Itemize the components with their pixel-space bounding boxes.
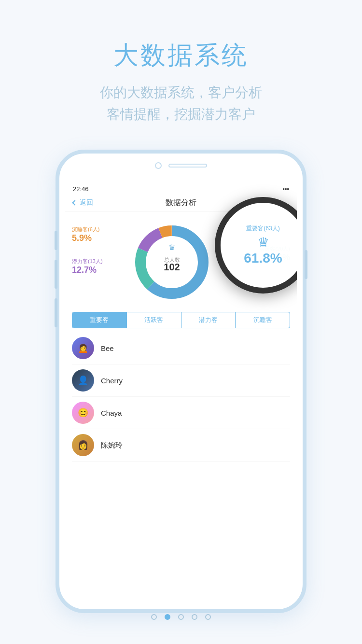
svg-text:♛: ♛ — [168, 243, 175, 252]
chart-container: 沉睡客(6人) 5.9% 潜力客(13人) 12.7% — [65, 211, 297, 308]
magnifier-inner: 重要客(63人) ♛ 61.8% — [239, 220, 287, 271]
indicator-4[interactable] — [192, 614, 197, 620]
silent-button — [55, 231, 57, 250]
volume-down-button — [55, 298, 57, 327]
header-section: 大数据系统 你的大数据系统，客户分析 客情提醒，挖掘潜力客户 — [0, 0, 362, 145]
phone-screen: 22:46 ▪▪▪ 返回 数据分析 沉睡客(6人) 5.9 — [65, 182, 297, 580]
customer-name-bee: Bee — [101, 344, 114, 352]
volume-up-button — [55, 260, 57, 289]
tab-sleep[interactable]: 沉睡客 — [235, 312, 290, 328]
tab-active[interactable]: 活跃客 — [126, 312, 181, 328]
customer-item-chaya[interactable]: 😊 Chaya — [72, 397, 290, 429]
label-sleep: 沉睡客(6人) 5.9% — [72, 226, 103, 243]
customer-item-chen[interactable]: 👩 陈婉玲 — [72, 429, 290, 462]
indicator-1[interactable] — [151, 614, 157, 620]
avatar-chen: 👩 — [72, 434, 94, 456]
phone-outer: 22:46 ▪▪▪ 返回 数据分析 沉睡客(6人) 5.9 — [56, 150, 306, 613]
left-labels: 沉睡客(6人) 5.9% 潜力客(13人) 12.7% — [72, 226, 103, 275]
customer-item-cherry[interactable]: 👤 Cherry — [72, 364, 290, 397]
subtitle: 你的大数据系统，客户分析 客情提醒，挖掘潜力客户 — [0, 82, 362, 126]
potential-label-name: 潜力客(13人) — [72, 258, 103, 265]
customer-name-cherry: Cherry — [101, 377, 123, 385]
sleep-label-pct: 5.9% — [72, 233, 103, 243]
customer-name-chaya: Chaya — [101, 409, 122, 417]
indicator-5[interactable] — [205, 614, 211, 620]
tab-bar: 重要客 活跃客 潜力客 沉睡客 — [72, 312, 290, 328]
page-indicators — [151, 614, 211, 620]
avatar-chaya: 😊 — [72, 402, 94, 424]
crown-icon: ♛ — [244, 235, 282, 251]
status-bar: 22:46 ▪▪▪ — [65, 182, 297, 195]
main-title: 大数据系统 — [0, 39, 362, 72]
potential-label-pct: 12.7% — [72, 265, 103, 275]
magnifier-label: 重要客(63人) — [244, 224, 282, 233]
back-button[interactable]: 返回 — [73, 198, 93, 207]
power-button — [305, 250, 307, 279]
customer-item-bee[interactable]: 🙍 Bee — [72, 332, 290, 364]
status-time: 22:46 — [73, 185, 89, 193]
avatar-bee: 🙍 — [72, 337, 94, 359]
donut-chart: ♛ 总人数 102 — [131, 221, 213, 303]
svg-text:102: 102 — [164, 262, 180, 272]
customer-name-chen: 陈婉玲 — [101, 441, 123, 450]
donut-svg: ♛ 总人数 102 — [131, 221, 213, 303]
indicator-3[interactable] — [178, 614, 184, 620]
tab-potential[interactable]: 潜力客 — [181, 312, 236, 328]
speaker-bar — [168, 164, 207, 168]
phone-mockup: 22:46 ▪▪▪ 返回 数据分析 沉睡客(6人) 5.9 — [56, 150, 306, 613]
avatar-cherry: 👤 — [72, 369, 94, 392]
customer-list: 🙍 Bee 👤 Cherry 😊 Chaya 👩 陈婉玲 — [65, 332, 297, 462]
indicator-2[interactable] — [165, 614, 170, 620]
chevron-left-icon — [72, 200, 77, 205]
nav-title: 数据分析 — [166, 198, 196, 208]
tab-important[interactable]: 重要客 — [72, 312, 126, 328]
label-potential: 潜力客(13人) 12.7% — [72, 258, 103, 275]
magnifier-pct: 61.8% — [244, 251, 282, 266]
phone-top-bar — [155, 162, 207, 169]
camera-dot — [155, 162, 162, 169]
sleep-label-name: 沉睡客(6人) — [72, 226, 103, 233]
status-icons: ▪▪▪ — [282, 185, 289, 193]
